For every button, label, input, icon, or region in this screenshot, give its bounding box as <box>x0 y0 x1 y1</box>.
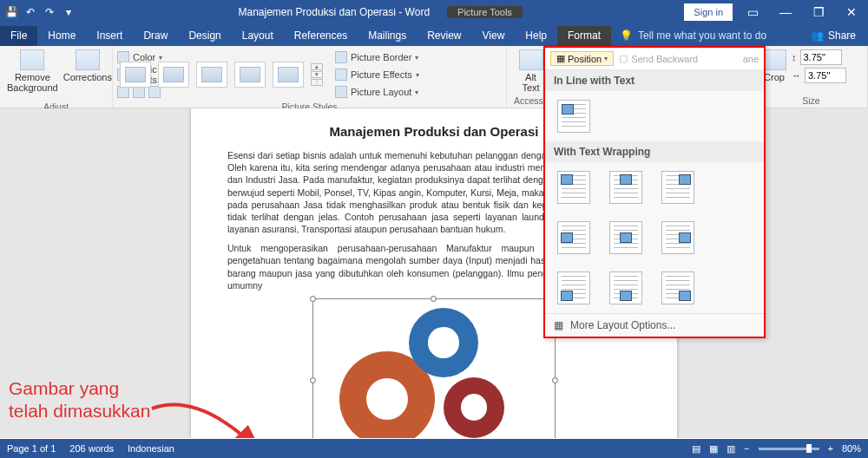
send-backward-button: ▢Send Backward <box>619 53 698 64</box>
position-tc-thumb[interactable] <box>609 171 642 204</box>
picture-style-1[interactable] <box>120 62 151 88</box>
tab-file[interactable]: File <box>0 26 37 46</box>
tab-references[interactable]: References <box>284 26 358 46</box>
tab-insert[interactable]: Insert <box>86 26 133 46</box>
tab-format[interactable]: Format <box>557 26 611 46</box>
sign-in-button[interactable]: Sign in <box>684 3 733 21</box>
tab-layout[interactable]: Layout <box>232 26 284 46</box>
resize-handle[interactable] <box>431 296 437 302</box>
lightbulb-icon: 💡 <box>620 29 633 42</box>
picture-layout-button[interactable]: Picture Layout▾ <box>335 84 419 100</box>
zoom-out-button[interactable]: − <box>744 443 749 454</box>
remove-bg-label: Remove Background <box>7 72 58 93</box>
position-tr-thumb[interactable] <box>661 171 694 204</box>
position-bl-thumb[interactable] <box>557 272 590 304</box>
status-words[interactable]: 206 words <box>69 443 114 454</box>
position-br-thumb[interactable] <box>661 272 694 304</box>
crop-label: Crop <box>764 72 785 82</box>
picture-style-3[interactable] <box>196 62 227 88</box>
remove-bg-icon <box>20 49 44 70</box>
piclayout-icon <box>335 86 347 98</box>
view-web-icon[interactable]: ▥ <box>727 443 735 455</box>
picture-border-button[interactable]: Picture Border▾ <box>335 49 419 65</box>
selection-pane-fragment: ane <box>743 54 759 64</box>
share-icon: 👥 <box>811 29 824 42</box>
alt-text-label: Alt Text <box>522 72 539 93</box>
status-page[interactable]: Page 1 of 1 <box>7 443 56 454</box>
height-icon: ↕ <box>792 52 797 62</box>
annotation-arrow <box>148 383 278 438</box>
height-field[interactable]: ↕ <box>792 49 846 65</box>
position-ml-thumb[interactable] <box>557 221 590 254</box>
corrections-button[interactable]: Corrections <box>63 49 112 82</box>
resize-handle[interactable] <box>310 377 316 383</box>
width-icon: ↔ <box>792 70 801 81</box>
resize-handle[interactable] <box>310 296 316 302</box>
position-button[interactable]: ▦Position▾ <box>550 51 614 66</box>
tab-home[interactable]: Home <box>37 26 86 46</box>
status-language[interactable]: Indonesian <box>128 443 174 454</box>
position-icon: ▦ <box>556 53 565 64</box>
gear-red <box>444 377 504 438</box>
position-dropdown-panel: ▦Position▾ ▢Send Backward ane In Line wi… <box>543 46 766 338</box>
border-icon <box>335 51 347 63</box>
height-input[interactable] <box>800 49 842 65</box>
resize-handle[interactable] <box>552 377 558 383</box>
ribbon-tabs: File Home Insert Draw Design Layout Refe… <box>0 24 868 46</box>
position-mc-thumb[interactable] <box>609 221 642 254</box>
gear-blue <box>409 308 478 377</box>
tell-me-label: Tell me what you want to do <box>638 29 766 42</box>
position-tl-thumb[interactable] <box>557 171 590 204</box>
effects-icon <box>335 69 347 81</box>
selected-image[interactable]: ◩ <box>312 298 556 438</box>
tab-help[interactable]: Help <box>515 26 557 46</box>
more-layout-options[interactable]: ▦More Layout Options... <box>545 313 764 337</box>
zoom-level[interactable]: 80% <box>842 443 861 454</box>
share-button[interactable]: 👥 Share <box>799 26 868 46</box>
position-mr-thumb[interactable] <box>661 221 694 254</box>
crop-icon <box>762 49 786 70</box>
picture-style-4[interactable] <box>234 62 266 88</box>
corrections-icon <box>76 49 100 70</box>
share-label: Share <box>828 29 856 42</box>
qat-more-icon[interactable]: ▾ <box>61 3 76 21</box>
maximize-icon[interactable]: ❐ <box>806 3 832 21</box>
close-icon[interactable]: ✕ <box>838 3 865 21</box>
annotation-text: Gambar yang telah dimasukkan <box>9 377 150 423</box>
quick-access-toolbar: 💾 ↶ ↷ ▾ <box>3 3 76 21</box>
minimize-icon[interactable]: — <box>773 3 799 21</box>
tell-me-search[interactable]: 💡 Tell me what you want to do <box>611 26 775 46</box>
width-input[interactable] <box>805 68 846 83</box>
view-read-icon[interactable]: ▤ <box>692 443 700 455</box>
status-bar: Page 1 of 1 206 words Indonesian ▤ ▦ ▥ −… <box>0 439 868 458</box>
view-print-icon[interactable]: ▦ <box>709 443 718 455</box>
position-bc-thumb[interactable] <box>609 272 642 304</box>
section-wrap: With Text Wrapping <box>545 141 764 162</box>
picture-style-5[interactable] <box>273 62 304 88</box>
tab-draw[interactable]: Draw <box>133 26 178 46</box>
redo-icon[interactable]: ↷ <box>42 3 57 21</box>
picture-effects-button[interactable]: Picture Effects▾ <box>335 67 419 82</box>
styles-gallery-nav[interactable]: ▴▾⁝ <box>311 63 323 86</box>
ribbon-options-icon[interactable]: ▭ <box>740 3 766 21</box>
tab-design[interactable]: Design <box>178 26 231 46</box>
tab-view[interactable]: View <box>472 26 516 46</box>
autosave-icon[interactable]: 💾 <box>3 3 19 21</box>
send-backward-icon: ▢ <box>619 53 628 64</box>
picture-style-2[interactable] <box>158 62 189 88</box>
undo-icon[interactable]: ↶ <box>23 3 38 21</box>
position-inline-thumb[interactable] <box>557 100 590 133</box>
remove-background-button[interactable]: Remove Background <box>7 49 58 93</box>
alt-text-icon <box>519 49 543 70</box>
document-title: Manajemen Produksi dan Operasi - Word <box>239 6 431 18</box>
corrections-label: Corrections <box>63 72 112 82</box>
title-bar: 💾 ↶ ↷ ▾ Manajemen Produksi dan Operasi -… <box>0 0 868 24</box>
more-layout-icon: ▦ <box>554 319 563 331</box>
zoom-slider[interactable] <box>759 448 819 450</box>
tab-review[interactable]: Review <box>417 26 471 46</box>
crop-button[interactable]: Crop <box>762 49 786 82</box>
width-field[interactable]: ↔ <box>792 68 846 83</box>
zoom-in-button[interactable]: + <box>828 443 833 454</box>
group-size-label: Size <box>762 94 860 106</box>
tab-mailings[interactable]: Mailings <box>358 26 417 46</box>
